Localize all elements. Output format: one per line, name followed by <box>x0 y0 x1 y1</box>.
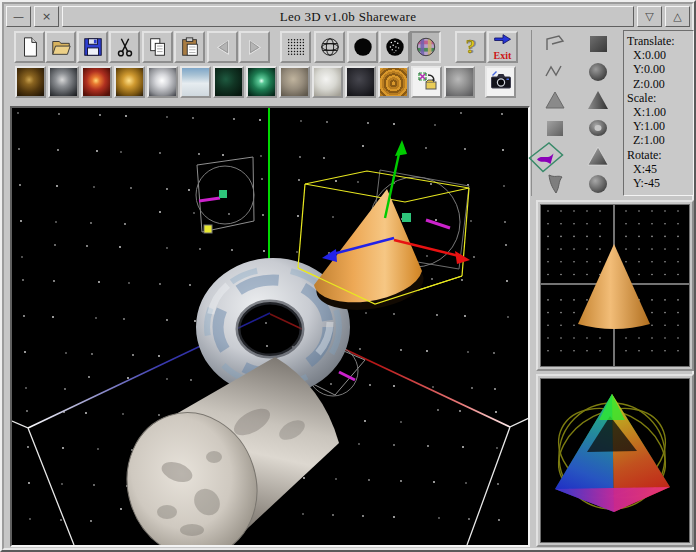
plane-object-left[interactable] <box>196 157 254 233</box>
primitive-sphere-tool[interactable] <box>577 60 620 88</box>
draw-zigzag-tool[interactable] <box>534 60 577 88</box>
transform-line: Translate: <box>627 34 693 48</box>
texture-bronze-swatch[interactable] <box>15 66 46 98</box>
front-view-cone <box>578 244 650 329</box>
texture-white-marble-swatch[interactable] <box>312 66 343 98</box>
snapshot-camera-button[interactable] <box>485 66 516 98</box>
transform-line: Z:1.00 <box>627 133 693 147</box>
primitive-cone-tool[interactable] <box>577 88 620 116</box>
forward-button[interactable] <box>239 31 270 63</box>
render-wireframe-button[interactable] <box>314 31 345 63</box>
draw-polyline-tool[interactable] <box>534 32 577 60</box>
grid-corner-left <box>12 421 74 545</box>
open-file-button[interactable] <box>45 31 76 63</box>
stippled-sphere-icon <box>384 36 406 58</box>
camera-icon <box>489 69 513 96</box>
cone-object[interactable] <box>313 189 427 316</box>
titlebar: — × Leo 3D v1.0b Shareware ▽ △ <box>6 6 690 27</box>
system-menu-button[interactable]: — <box>6 6 31 27</box>
dot-grid-icon <box>285 36 307 58</box>
minimize-button[interactable]: ▽ <box>637 6 662 27</box>
exit-button[interactable]: Exit <box>487 31 518 63</box>
exit-label: Exit <box>489 51 516 61</box>
texture-silver-swatch[interactable] <box>147 66 178 98</box>
color-space-panel <box>536 374 694 547</box>
front-view-panel <box>536 200 694 371</box>
load-texture-button[interactable] <box>411 66 442 98</box>
transform-line: Y:1.00 <box>627 119 693 133</box>
save-file-button[interactable] <box>77 31 108 63</box>
app-window: — × Leo 3D v1.0b Shareware ▽ △ ??Exit Tr… <box>0 0 696 552</box>
texture-granite-swatch[interactable] <box>444 66 475 98</box>
torus-icon <box>586 116 610 144</box>
texture-lava-swatch[interactable] <box>81 66 112 98</box>
new-page-icon <box>19 36 41 58</box>
normal-marker <box>426 220 450 228</box>
arrow-left-icon <box>212 36 234 58</box>
copy-button[interactable] <box>142 31 173 63</box>
transform-line: Y:-45 <box>627 176 693 190</box>
solid-sphere-icon <box>352 36 374 58</box>
grid-corner-right <box>467 418 528 545</box>
transform-line: X:1.00 <box>627 105 693 119</box>
new-file-button[interactable] <box>14 31 45 63</box>
texture-gold-swatch[interactable] <box>114 66 145 98</box>
ellipsoid-icon <box>586 172 610 200</box>
center-handle[interactable] <box>219 190 227 198</box>
cut-button[interactable] <box>109 31 140 63</box>
texture-steel-swatch[interactable] <box>48 66 79 98</box>
texture-emerald-swatch[interactable] <box>246 66 277 98</box>
maximize-button[interactable]: △ <box>665 6 690 27</box>
cylinder-object[interactable] <box>109 357 339 545</box>
zigzag-icon <box>543 60 567 88</box>
rgb-tetrahedron[interactable] <box>555 394 670 512</box>
render-solid-button[interactable] <box>347 31 378 63</box>
help-icon: ?? <box>460 36 482 58</box>
texture-sky-swatch[interactable] <box>180 66 211 98</box>
shape-tool-palette <box>531 30 621 196</box>
open-folder-icon <box>50 36 72 58</box>
help-button[interactable]: ?? <box>455 31 486 63</box>
front-view-canvas[interactable] <box>541 205 690 367</box>
arrow-right-icon <box>244 36 266 58</box>
textured-sphere-icon <box>415 36 437 58</box>
paste-button[interactable] <box>174 31 205 63</box>
render-textured-button[interactable] <box>410 31 441 63</box>
texture-wood-rings-swatch[interactable] <box>378 66 409 98</box>
primitive-cube-tool[interactable] <box>577 32 620 60</box>
center-handle[interactable] <box>402 213 411 222</box>
transform-line: Scale: <box>627 91 693 105</box>
pyramid-icon <box>586 144 610 172</box>
triangle2d-icon <box>543 88 567 116</box>
back-button[interactable] <box>207 31 238 63</box>
normal-marker <box>339 372 355 380</box>
load-texture-icon <box>415 69 439 96</box>
primitive-torus-tool[interactable] <box>577 116 620 144</box>
svg-text:?: ? <box>465 37 474 57</box>
draw-freeform-tool[interactable] <box>534 144 577 172</box>
color-space-canvas[interactable] <box>541 379 690 543</box>
transform-line: Y:0.00 <box>627 62 693 76</box>
primitive-pyramid-tool[interactable] <box>577 144 620 172</box>
render-points-button[interactable] <box>280 31 311 63</box>
render-shaded-button[interactable] <box>379 31 410 63</box>
copy-icon <box>147 36 169 58</box>
texture-slate-swatch[interactable] <box>345 66 376 98</box>
primitive-ellipsoid-tool[interactable] <box>577 172 620 200</box>
sphere-icon <box>586 60 610 88</box>
corner-handle[interactable] <box>204 225 212 233</box>
draw-triangle-tool[interactable] <box>534 88 577 116</box>
cone-icon <box>586 88 610 116</box>
window-title: Leo 3D v1.0b Shareware <box>62 6 634 27</box>
normal-marker <box>199 198 220 201</box>
main-3d-viewport[interactable] <box>10 106 530 547</box>
texture-tan-marble-swatch[interactable] <box>279 66 310 98</box>
scene-canvas <box>12 108 528 545</box>
transform-line: X:0.00 <box>627 48 693 62</box>
texture-dark-marble-swatch[interactable] <box>213 66 244 98</box>
transform-line: X:45 <box>627 162 693 176</box>
close-button[interactable]: × <box>34 6 59 27</box>
transform-readout-panel: Translate:X:0.00Y:0.00Z:0.00Scale:X:1.00… <box>623 30 694 196</box>
save-floppy-icon <box>82 36 104 58</box>
freeform-icon <box>528 140 564 180</box>
